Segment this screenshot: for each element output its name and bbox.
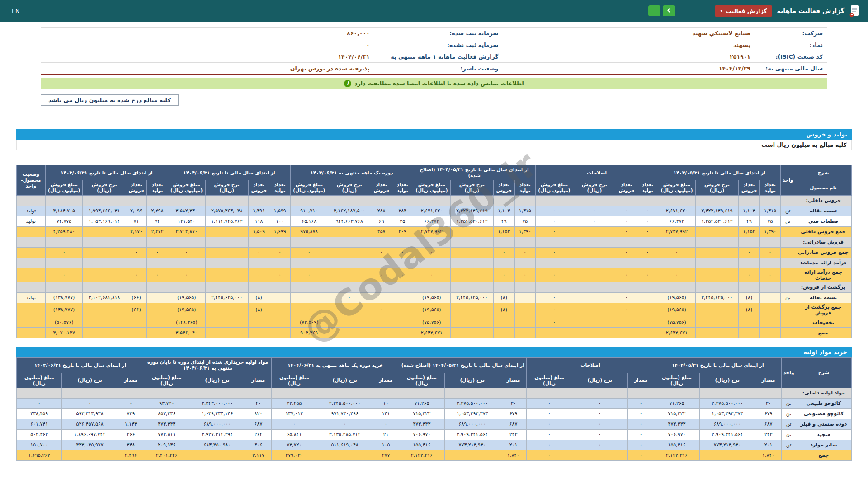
table-cell: ۰: [126, 268, 147, 282]
table-cell: [450, 268, 493, 282]
table-cell: ۱,۱۴۳: [118, 419, 144, 429]
table-cell: ۱۴۱: [373, 408, 399, 419]
chevron-down-icon: ▾: [720, 9, 722, 13]
table-cell: ۱,۶۹۵,۲۶۲: [17, 450, 62, 460]
status-cell: [17, 317, 46, 328]
table-cell: ۳۰۶: [245, 440, 271, 450]
table-cell: ۰: [371, 247, 392, 258]
table-cell: ۰: [536, 303, 573, 317]
next-report-button[interactable]: [648, 5, 660, 16]
column-header: تعداد تولید: [514, 180, 536, 195]
table-cell: [699, 388, 755, 398]
status-cell: [17, 226, 46, 237]
table-cell: [205, 237, 248, 247]
table-cell: ۶۶,۳۷۲: [413, 216, 451, 226]
company-info-table: شرکت: صنايع لاستيکي سهند سرمایه ثبت شده:…: [41, 27, 827, 75]
column-header: نرخ (ریال): [317, 373, 373, 388]
table-cell: ۲۸۸: [371, 206, 392, 216]
table-cell: ۳۰۹: [392, 226, 413, 237]
table-cell: [760, 237, 781, 247]
table-cell: ۷۴,۷۷۵: [45, 216, 83, 226]
column-header-desc: شرح: [795, 165, 852, 180]
table-cell: ۱۰۰: [269, 216, 291, 226]
table-cell: ۷۱,۲۶۵: [399, 398, 444, 408]
row-label: تسمه نقاله: [795, 292, 852, 303]
unit-cell: [781, 226, 795, 237]
table-cell: ۰: [168, 268, 205, 282]
table-cell: ۶۵,۸۴۱: [272, 429, 317, 440]
table-cell: ۲,۴۹۶: [118, 450, 144, 460]
unit-cell: [781, 268, 795, 282]
table-cell: ۰: [147, 247, 168, 258]
table-cell: ۰: [536, 292, 573, 303]
table-row: جمع۱,۸۴۰۲,۱۲۲,۳۱۶۰۰۱,۸۴۰۲,۱۲۲,۳۱۶۲۷۷۲۷۹,…: [17, 450, 852, 460]
table-cell: ۰: [527, 440, 572, 450]
table-cell: ۷۰۶,۹۷۰: [399, 429, 444, 440]
table-cell: ۷۰۶,۹۷۰: [654, 429, 699, 440]
table-cell: ۱,۳۹۰: [760, 226, 781, 237]
table-row: جمع۲,۶۴۲,۶۷۱۲,۶۴۲,۶۷۱۹۰۳,۳۶۹۳,۵۴۶,۰۴۰۴,۰…: [17, 328, 852, 338]
table-cell: ۰: [392, 247, 413, 258]
column-group-header: از ابتدای سال مالی تا تاریخ ۱۴۰۳/۰۶/۳۱: [45, 165, 168, 180]
table-cell: ۲,۱۷۰: [126, 226, 147, 237]
table-cell: ۰: [290, 303, 328, 317]
row-label: دوده صنعتی و فیلر: [796, 419, 851, 429]
table-cell: ۲,۹۰۹,۳۴۱,۵۶۴: [444, 429, 500, 440]
group-row: درآمد ارائه خدمات:: [17, 258, 852, 268]
status-cell: [17, 247, 46, 258]
row-label: کائوچو طبیعی: [796, 398, 851, 408]
column-header: تعداد فروش: [126, 180, 147, 195]
table-row: قطعات فنیتن۷۵۴۹۱,۳۵۴,۵۳۰,۶۱۲۶۶,۳۷۲۰۰۰۰۷۵…: [17, 216, 852, 226]
table-cell: ۰: [536, 317, 573, 328]
table-cell: ۰: [269, 268, 291, 282]
group-label: درآمد ارائه خدمات:: [795, 258, 852, 268]
table-cell: [658, 258, 696, 268]
table-cell: [371, 282, 392, 292]
table-cell: [317, 450, 373, 460]
symbol-value: پسهند: [503, 39, 755, 51]
table-cell: [147, 258, 168, 268]
column-header: تعداد فروش: [739, 180, 760, 195]
table-cell: ۰: [527, 450, 572, 460]
table-cell: ۰: [371, 268, 392, 282]
table-cell: [637, 328, 658, 338]
table-cell: [248, 195, 269, 206]
table-cell: (۱۹,۵۶۵): [658, 292, 696, 303]
status-cell: [17, 268, 46, 282]
table-cell: ۰: [536, 268, 573, 282]
table-cell: ۲,۲۴۵,۵۰۰,۰۰۰: [317, 398, 373, 408]
table-cell: [658, 195, 696, 206]
table-cell: ۴۳۳,۰۴۵,۹۷۷: [62, 440, 118, 450]
column-header: نرخ فروش (ریال): [573, 180, 616, 195]
table-cell: ۷۱: [126, 216, 147, 226]
table-cell: ۳۴۸: [118, 440, 144, 450]
table-cell: ۰: [118, 398, 144, 408]
previous-report-button[interactable]: [663, 5, 675, 16]
table-cell: [514, 292, 536, 303]
table-cell: [627, 388, 654, 398]
column-group-header: از ابتدای سال مالی تا تاریخ ۱۴۰۳/۰۶/۳۱: [17, 358, 144, 373]
table-row: کائوچو مصنوعیتن۶۷۹۱,۰۵۳,۴۹۳,۳۷۳۷۱۵,۳۲۲۰۰…: [17, 408, 852, 419]
table-cell: ۰: [572, 419, 627, 429]
table-cell: [444, 388, 500, 398]
table-cell: (۸): [248, 292, 269, 303]
table-cell: ۱,۰۵۳,۴۹۳,۳۷۳: [444, 408, 500, 419]
table-cell: ۰: [45, 268, 83, 282]
table-cell: ۹۰۳,۳۶۹: [290, 328, 328, 338]
table-cell: [493, 328, 514, 338]
language-en-link[interactable]: EN: [12, 8, 19, 14]
report-type-button[interactable]: گزارش فعالیت ▾: [715, 5, 772, 17]
table-cell: [290, 258, 328, 268]
table-cell: ۲,۹۲۷,۳۱۴,۳۹۴: [189, 429, 245, 440]
table-cell: [616, 237, 637, 247]
production-sales-table: شرحواحداز ابتدای سال مالی تا تاریخ ۱۴۰۴/…: [16, 165, 852, 338]
table-cell: ۰: [290, 268, 328, 282]
unit-cell: تن: [782, 419, 796, 429]
row-label: جمع فروش داخلی: [795, 226, 852, 237]
table-cell: [328, 237, 371, 247]
table-cell: (۷۵,۷۵۶): [658, 317, 696, 328]
table-cell: ۴۷۳,۳۴۳: [144, 419, 189, 429]
table-cell: ۰: [760, 247, 781, 258]
table-cell: ۶۵,۱۶۸: [290, 216, 328, 226]
table-cell: [500, 388, 526, 398]
